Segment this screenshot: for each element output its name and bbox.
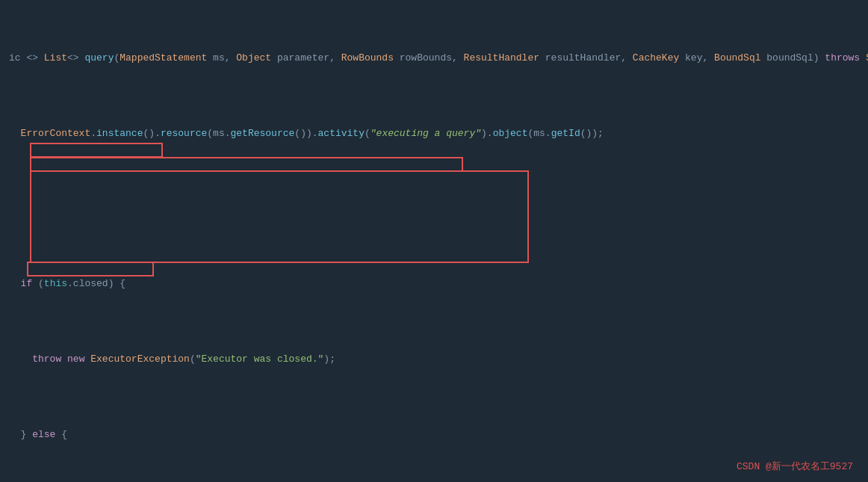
code-line: } else { xyxy=(0,427,868,442)
code-line: ErrorContext.instance().resource(ms.getR… xyxy=(0,126,868,141)
watermark-text: CSDN @新一代农名工9527 xyxy=(737,461,853,472)
code-line: if (this.closed) { xyxy=(0,276,868,291)
code-line: throw new ExecutorException("Executor wa… xyxy=(0,352,868,367)
code-line: ic <> List<> query(MappedStatement ms, O… xyxy=(0,51,868,66)
code-block: ic <> List<> query(MappedStatement ms, O… xyxy=(0,0,868,482)
watermark: CSDN @新一代农名工9527 xyxy=(737,460,853,473)
code-line xyxy=(0,202,868,217)
